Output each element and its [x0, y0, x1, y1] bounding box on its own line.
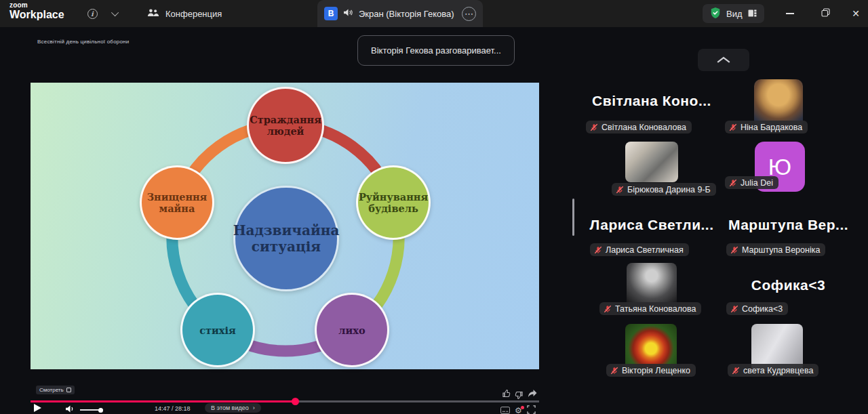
dropdown-chevron-button[interactable]: [107, 0, 125, 27]
muted-mic-icon: [590, 123, 598, 131]
participant-name-badge: Вікторія Лещенко: [606, 364, 696, 377]
play-button[interactable]: [34, 404, 41, 412]
watch-chip[interactable]: Смотреть: [36, 386, 75, 394]
participant-name: Світлана Коновалова: [601, 123, 686, 132]
logo-text-bottom: Workplace: [9, 9, 64, 20]
participant-name-badge: Лариса Светличная: [590, 243, 689, 256]
muted-mic-icon: [729, 123, 737, 131]
muted-mic-icon: [616, 186, 624, 194]
participant-tile[interactable]: Вікторія Лещенко: [585, 320, 719, 378]
participant-name: Софика<3: [742, 304, 783, 314]
restore-button[interactable]: [810, 0, 840, 27]
zoom-workplace-window: zoom Workplace i Конференция В Экран (Ві…: [0, 0, 868, 414]
participant-tile[interactable]: Марштупа Вер... Марштупа Вероніка: [722, 203, 854, 257]
diagram-node-label: Знищення майна: [147, 191, 208, 214]
participant-name-badge: Світлана Коновалова: [586, 121, 692, 133]
muted-mic-icon: [730, 305, 738, 313]
participant-tile[interactable]: света Кудрявцева: [722, 320, 854, 378]
minimize-button[interactable]: [775, 0, 805, 27]
muted-mic-icon: [730, 246, 738, 254]
speaker-icon: [343, 8, 353, 19]
diagram-node-label: стихія: [199, 325, 235, 336]
chapter-chip[interactable]: В этом видео ›: [205, 403, 261, 413]
participant-display-name: Марштупа Вер...: [722, 217, 854, 233]
participant-name: Бірюкова Дарина 9-Б: [627, 185, 711, 194]
settings-badge: [521, 406, 524, 409]
collapse-panel-button[interactable]: [698, 49, 749, 71]
close-icon: ✕: [852, 8, 860, 19]
participant-tile[interactable]: Світлана Коно... Світлана Коновалова: [585, 78, 719, 133]
chapter-arrow-icon: ›: [253, 405, 255, 411]
tab-screen-label: Экран (Вікторія Гекова): [359, 9, 456, 19]
diagram-center-node: Надзвичайна ситуація: [233, 186, 339, 291]
tab-conference-label: Конференция: [165, 9, 222, 19]
participant-display-name: Софика<3: [722, 277, 854, 293]
chevron-down-icon: [111, 9, 119, 16]
dislike-button[interactable]: [515, 388, 524, 400]
participant-tile[interactable]: Лариса Светли... Лариса Светличная: [585, 203, 719, 257]
participant-display-name: Світлана Коно...: [585, 93, 719, 109]
diagram-node-element: стихія: [180, 293, 255, 367]
participant-tile[interactable]: Ніна Бардакова: [722, 76, 854, 133]
participant-name: Марштупа Вероніка: [742, 245, 820, 255]
participant-name-badge: Татьяна Коновалова: [599, 302, 701, 315]
participant-name-badge: света Кудрявцева: [728, 364, 818, 377]
minimize-icon: [786, 13, 794, 14]
video-progress-bar[interactable]: [31, 400, 539, 402]
diagram-node-suffering: Страждання людей: [247, 87, 324, 164]
view-button-label: Вид: [726, 9, 743, 19]
participant-tile[interactable]: Ю Julia Dei: [722, 138, 854, 197]
diagram-node-label: Страждання людей: [250, 114, 321, 137]
muted-mic-icon: [732, 367, 740, 375]
tab-conference[interactable]: Конференция: [139, 0, 230, 27]
chevron-up-icon: [716, 56, 731, 64]
muted-mic-icon: [594, 246, 602, 254]
muted-mic-icon: [729, 179, 737, 187]
fullscreen-button[interactable]: [527, 405, 536, 414]
participant-avatar: [625, 142, 678, 182]
zoom-workplace-logo: zoom Workplace: [9, 2, 64, 20]
slide-corner-title: Всесвітній день цивільної оборони: [37, 39, 129, 45]
participant-name-badge: Julia Dei: [725, 176, 778, 189]
close-button[interactable]: ✕: [841, 0, 868, 27]
like-button[interactable]: [502, 388, 511, 400]
muted-mic-icon: [604, 305, 612, 313]
panel-scrollbar[interactable]: [572, 199, 574, 236]
info-button[interactable]: i: [83, 0, 102, 27]
restore-icon: [821, 7, 830, 20]
volume-slider[interactable]: [80, 409, 103, 411]
video-progress-handle[interactable]: [292, 398, 299, 405]
volume-control[interactable]: [65, 404, 103, 414]
chapter-label: В этом видео: [211, 405, 249, 411]
participant-name-badge: Ніна Бардакова: [725, 121, 808, 133]
tab-options-button[interactable]: ⋯: [462, 7, 476, 21]
participant-name: Татьяна Коновалова: [615, 304, 696, 314]
diagram-node-buildings: Руйнування будівель: [356, 165, 431, 240]
participant-name-badge: Софика<3: [726, 302, 788, 315]
participant-tile[interactable]: Бірюкова Дарина 9-Б: [585, 138, 719, 197]
participant-tile[interactable]: Татьяна Коновалова: [585, 261, 719, 316]
diagram-node-property: Знищення майна: [140, 165, 214, 240]
participant-name: Вікторія Лещенко: [622, 366, 690, 375]
participant-display-name: Лариса Светли...: [585, 217, 719, 233]
speaking-toast-text: Вікторія Гекова разговаривает...: [371, 45, 501, 56]
diagram-node-label: Руйнування будівель: [359, 191, 428, 214]
watch-chip-label: Смотреть: [39, 387, 64, 393]
ellipsis-icon: ⋯: [465, 9, 473, 19]
diagram-node-calamity: лихо: [315, 293, 389, 367]
participant-tile[interactable]: Софика<3 Софика<3: [722, 261, 854, 316]
tab-screen-share[interactable]: В Экран (Вікторія Гекова) ⋯: [317, 0, 483, 27]
view-button[interactable]: Вид: [703, 4, 764, 23]
security-shield-icon: [710, 7, 721, 21]
shared-slide: Надзвичайна ситуація Страждання людей Ру…: [31, 83, 539, 369]
share-button[interactable]: [528, 388, 537, 400]
participant-name: Ніна Бардакова: [741, 123, 802, 132]
participant-name-badge: Марштупа Вероніка: [726, 243, 825, 256]
settings-gear-button[interactable]: ⚙: [515, 407, 522, 414]
info-icon: i: [87, 9, 98, 19]
volume-slider-handle[interactable]: [98, 408, 103, 413]
logo-text-top: zoom: [9, 2, 64, 9]
titlebar: zoom Workplace i Конференция В Экран (Ві…: [0, 0, 868, 27]
participant-name: света Кудрявцева: [743, 366, 813, 375]
subtitles-button[interactable]: [500, 405, 510, 414]
